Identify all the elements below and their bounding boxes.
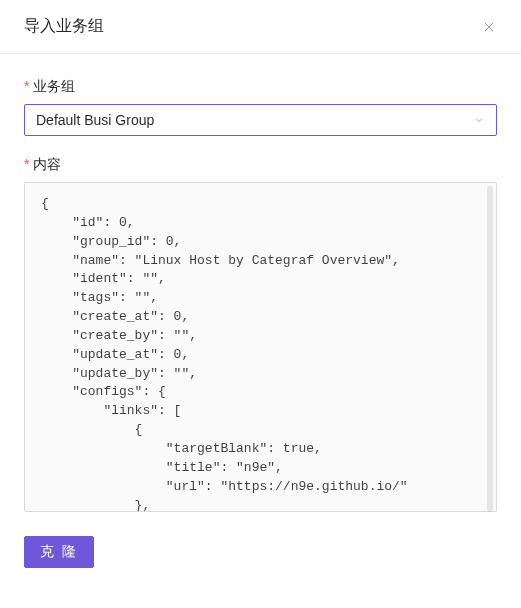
label-text: 业务组: [33, 78, 75, 94]
select-value: Default Busi Group: [36, 112, 154, 128]
content-textarea[interactable]: [24, 182, 497, 512]
business-group-label: *业务组: [24, 78, 497, 96]
required-mark: *: [24, 156, 29, 172]
chevron-down-icon: [473, 114, 485, 126]
close-button[interactable]: [481, 19, 497, 35]
business-group-select[interactable]: Default Busi Group: [24, 104, 497, 136]
label-text: 内容: [33, 156, 61, 172]
content-label: *内容: [24, 156, 497, 174]
close-icon: [482, 20, 496, 34]
clone-button[interactable]: 克 隆: [24, 536, 94, 568]
required-mark: *: [24, 78, 29, 94]
modal-title: 导入业务组: [24, 16, 104, 37]
textarea-wrap: [24, 182, 497, 516]
modal-header: 导入业务组: [0, 0, 521, 54]
modal-body: *业务组 Default Busi Group *内容 克 隆: [0, 54, 521, 592]
form-item-business-group: *业务组 Default Busi Group: [24, 78, 497, 136]
form-item-content: *内容: [24, 156, 497, 516]
